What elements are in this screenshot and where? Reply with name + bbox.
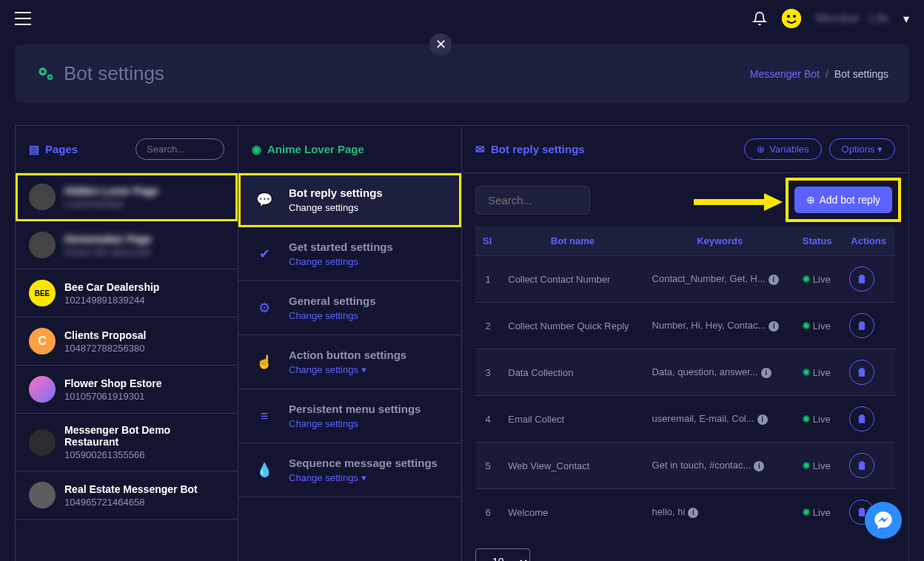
page-item[interactable]: Flower Shop Estore101057061919301 [16, 366, 238, 414]
page-avatar [29, 482, 56, 508]
setting-title: Bot reply settings [289, 187, 383, 199]
page-name: Clients Proposal [64, 329, 146, 341]
page-size-select[interactable]: 10 [475, 548, 530, 561]
page-avatar: BEE [29, 280, 56, 306]
row-action-button[interactable] [849, 266, 874, 292]
cell-sl: 1 [475, 256, 500, 303]
cell-keywords: Number, Hi, Hey, Contac...i [645, 303, 795, 349]
info-icon[interactable]: i [754, 461, 764, 471]
chat-icon: ✉ [475, 143, 485, 156]
page-item[interactable]: Messenger Bot Demo Restaurant10590026135… [16, 414, 238, 471]
info-icon[interactable]: i [688, 508, 698, 518]
cell-actions [842, 256, 895, 303]
setting-link[interactable]: Change settings [289, 310, 376, 321]
th-sl[interactable]: Sl [475, 226, 500, 256]
settings-item[interactable]: 💬 Bot reply settingsChange settings [238, 173, 461, 227]
bot-reply-search-input[interactable] [475, 186, 590, 215]
row-action-button[interactable] [849, 360, 874, 385]
settings-item[interactable]: ≡ Persistent menu settingsChange setting… [238, 389, 461, 443]
settings-panel: ◉ Anime Lover Page 💬 Bot reply settingsC… [238, 125, 462, 561]
page-name: Flower Shop Estore [64, 377, 161, 389]
table-row: 2 Collect Number Quick Reply Number, Hi,… [475, 303, 895, 349]
options-button[interactable]: Options ▾ [829, 138, 895, 160]
cell-status: Live [795, 256, 842, 303]
cell-bot-name: Collect Contact Number [500, 256, 644, 303]
page-name: Homemaker Page [64, 233, 152, 245]
page-id: 101057061919301 [64, 391, 161, 402]
row-action-button[interactable] [849, 313, 874, 338]
th-status[interactable]: Status [795, 226, 842, 256]
page-avatar [29, 184, 56, 210]
row-action-button[interactable] [849, 453, 874, 478]
setting-title: Action button settings [289, 349, 406, 361]
messenger-fab[interactable] [865, 502, 902, 539]
menu-toggle[interactable] [15, 12, 31, 25]
variables-button[interactable]: ⊕Variables [744, 138, 821, 160]
settings-item[interactable]: ✔ Get started settingsChange settings [238, 227, 461, 281]
setting-title: Persistent menu settings [289, 403, 421, 415]
page-item[interactable]: Homemaker PageSome info obscured [16, 221, 238, 269]
table-row: 3 Data Collection Data, question, answer… [475, 349, 895, 396]
cell-status: Live [795, 303, 842, 349]
cell-sl: 3 [475, 349, 500, 396]
setting-link[interactable]: Change settings ▾ [289, 364, 406, 375]
breadcrumb-link[interactable]: Messenger Bot [750, 68, 820, 80]
user-name: Member · Life [816, 12, 888, 25]
cell-keywords: Get in touch, #contac...i [645, 443, 795, 489]
cell-status: Live [795, 489, 842, 536]
settings-item[interactable]: 💧 Sequence message settingsChange settin… [238, 443, 461, 497]
cell-sl: 5 [475, 443, 500, 489]
drop-icon: 💧 [253, 459, 275, 481]
row-action-button[interactable] [849, 406, 874, 431]
info-icon[interactable]: i [761, 368, 771, 378]
cell-keywords: Data, question, answer...i [645, 349, 795, 396]
th-bot[interactable]: Bot name [500, 226, 644, 256]
cell-sl: 6 [475, 489, 500, 536]
page-item[interactable]: C Clients Proposal104872788256380 [16, 318, 238, 366]
close-icon[interactable]: ✕ [429, 33, 452, 56]
user-menu-caret[interactable]: ▾ [903, 12, 909, 26]
table-row: 6 Welcome hello, hii Live [475, 489, 895, 536]
cell-bot-name: Data Collection [500, 349, 644, 396]
pages-search-input[interactable] [135, 138, 224, 160]
bot-reply-title: ✉ Bot reply settings [475, 143, 585, 156]
bot-reply-table: Sl Bot name Keywords Status Actions 1 Co… [475, 226, 895, 535]
settings-item[interactable]: ⚙ General settingsChange settings [238, 281, 461, 335]
add-bot-reply-button[interactable]: ⊕Add bot reply [794, 187, 893, 213]
info-icon[interactable]: i [769, 275, 779, 285]
pages-title: ▤ Pages [29, 143, 78, 156]
page-name: Messenger Bot Demo Restaurant [64, 424, 224, 448]
cell-keywords: useremail, E-mail, Col...i [645, 396, 795, 443]
cell-bot-name: Email Collect [500, 396, 644, 443]
svg-point-1 [787, 15, 790, 18]
info-icon[interactable]: i [769, 321, 779, 332]
svg-point-2 [793, 15, 796, 18]
th-keywords[interactable]: Keywords [645, 226, 795, 256]
cell-bot-name: Web View_Contact [500, 443, 644, 489]
highlight-arrow [694, 191, 783, 213]
cell-actions [842, 349, 895, 396]
page-avatar [29, 232, 56, 258]
page-id: 105900261355566 [64, 449, 224, 460]
cell-sl: 2 [475, 303, 500, 349]
th-actions[interactable]: Actions [842, 226, 895, 256]
setting-link[interactable]: Change settings [289, 418, 421, 429]
cell-actions [842, 396, 895, 443]
page-item[interactable]: Real Estate Messenger Bot104965721464658 [16, 471, 238, 520]
svg-point-5 [41, 70, 44, 73]
page-title: Bot settings [36, 62, 164, 85]
setting-link[interactable]: Change settings [289, 256, 393, 267]
info-icon[interactable]: i [757, 414, 768, 425]
gears-icon [36, 64, 55, 84]
page-item[interactable]: Hidden Lover PageLovermember [16, 173, 238, 221]
cell-status: Live [795, 396, 842, 443]
setting-link[interactable]: Change settings [289, 202, 383, 213]
user-avatar[interactable] [782, 9, 801, 28]
setting-link[interactable]: Change settings ▾ [289, 472, 438, 483]
cell-actions [842, 443, 895, 489]
settings-item[interactable]: ☝ Action button settingsChange settings … [238, 335, 461, 389]
notifications-icon[interactable] [752, 11, 767, 26]
page-item[interactable]: BEE Bee Car Dealership102149891839244 [16, 269, 238, 318]
table-row: 5 Web View_Contact Get in touch, #contac… [475, 443, 895, 489]
pages-icon: ▤ [29, 143, 39, 156]
